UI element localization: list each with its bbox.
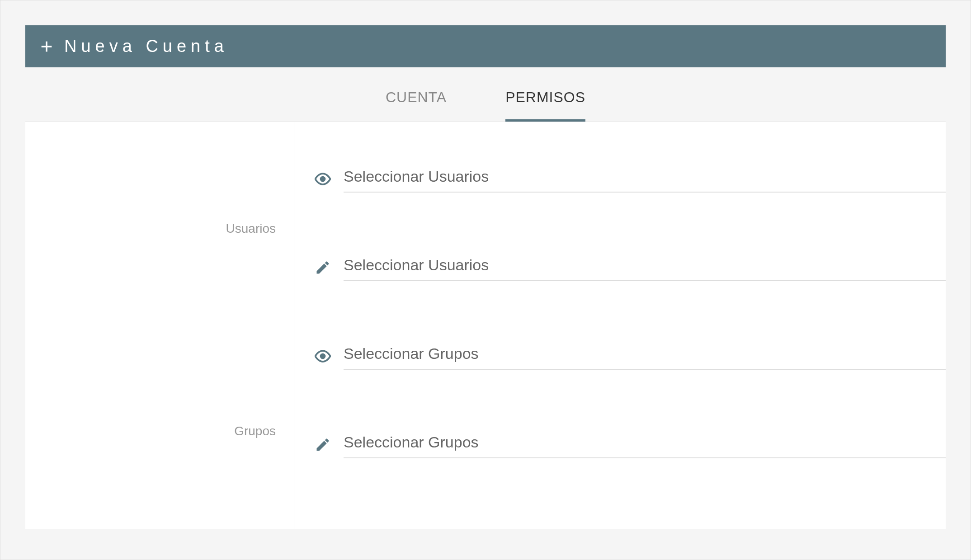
- main-column: [294, 122, 946, 529]
- tab-permisos[interactable]: PERMISOS: [505, 89, 585, 122]
- groups-view-field-row: [315, 342, 946, 370]
- svg-point-2: [321, 177, 325, 181]
- users-view-input[interactable]: [344, 165, 946, 193]
- pencil-icon: [315, 259, 331, 276]
- users-edit-field-row: [315, 254, 946, 281]
- groups-edit-input[interactable]: [344, 431, 946, 458]
- groups-edit-field-row: [315, 431, 946, 458]
- page-title: Nueva Cuenta: [64, 37, 228, 56]
- sidebar-column: Usuarios Grupos: [25, 122, 294, 529]
- tabs-container: CUENTA PERMISOS: [25, 67, 946, 122]
- tab-cuenta[interactable]: CUENTA: [386, 89, 447, 122]
- sidebar-label-groups: Grupos: [25, 236, 294, 438]
- groups-view-input[interactable]: [344, 342, 946, 370]
- content-panel: Usuarios Grupos: [25, 122, 946, 529]
- eye-icon: [315, 348, 331, 364]
- eye-icon: [315, 171, 331, 187]
- pencil-icon: [315, 437, 331, 453]
- plus-icon: [39, 39, 54, 54]
- sidebar-label-users: Usuarios: [25, 122, 294, 236]
- users-view-field-row: [315, 165, 946, 193]
- page-header: Nueva Cuenta: [25, 25, 946, 67]
- users-edit-input[interactable]: [344, 254, 946, 281]
- svg-point-3: [321, 354, 325, 358]
